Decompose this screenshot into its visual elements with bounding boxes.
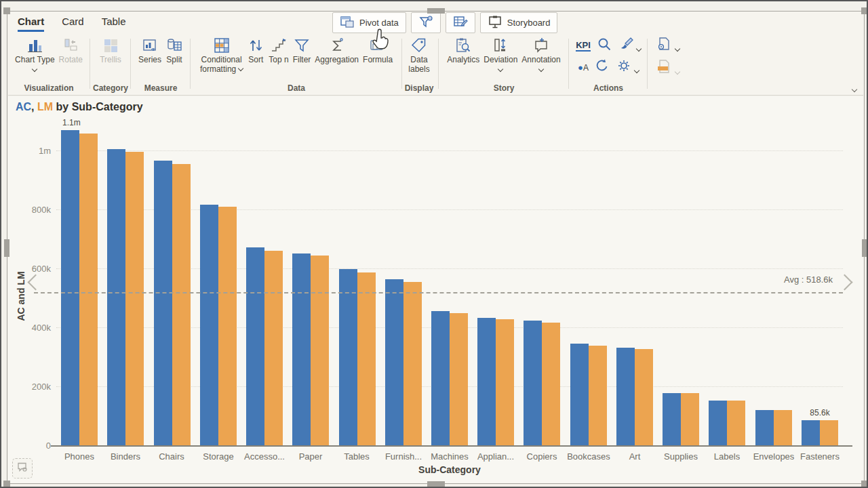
chart-type-label: Chart Type: [15, 55, 54, 64]
filter-badge-icon: [418, 14, 433, 31]
deviation-button[interactable]: Deviation: [481, 36, 519, 71]
x-category-label: Fasteners: [797, 451, 843, 462]
bar-lm-fasteners[interactable]: [820, 420, 838, 445]
chevron-down-icon: [675, 46, 680, 52]
ribbon-tabs: Chart Card Table: [18, 16, 126, 32]
split-button[interactable]: Split: [163, 36, 185, 64]
storyboard-button[interactable]: Storyboard: [480, 12, 558, 33]
trellis-button[interactable]: Trellis: [98, 36, 123, 64]
filter-icon: [293, 36, 311, 55]
group-data: Conditionalformatting Sort Top n Filter: [193, 36, 400, 93]
series-button[interactable]: Series: [136, 36, 163, 64]
comments-button[interactable]: [12, 458, 33, 479]
kpi-button[interactable]: KPI: [576, 40, 591, 52]
ribbon-divider: [90, 39, 90, 89]
bar-lm-furnish[interactable]: [403, 282, 422, 445]
pivot-data-button[interactable]: Pivot data: [332, 12, 406, 33]
x-category-label: Bookcases: [566, 451, 612, 462]
filter-toolbar-button[interactable]: [411, 12, 441, 33]
group-label-visualization: Visualization: [9, 83, 88, 93]
filter-label: Filter: [293, 55, 311, 64]
chevron-down-icon: [498, 66, 503, 72]
highlight-button[interactable]: [618, 36, 641, 55]
formula-label: Formula: [363, 55, 393, 64]
aggregation-button[interactable]: Aggregation: [313, 36, 361, 64]
ribbon-divider: [647, 39, 648, 89]
zoom-button[interactable]: [596, 36, 612, 55]
formula-button[interactable]: Formula: [361, 36, 395, 64]
bar-lm-envelopes[interactable]: [774, 410, 792, 445]
analytics-button[interactable]: Analytics: [445, 36, 481, 64]
export-pdf-button[interactable]: [655, 59, 679, 78]
tab-table[interactable]: Table: [102, 16, 126, 32]
gridline: [56, 150, 843, 151]
bar-lm-art[interactable]: [635, 349, 653, 445]
analytics-icon: [454, 36, 472, 55]
bar-lm-chairs[interactable]: [172, 164, 191, 445]
bar-lm-tables[interactable]: [357, 272, 376, 445]
data-labels-button[interactable]: Datalabels: [406, 36, 431, 74]
ribbon-collapse-button[interactable]: [852, 82, 856, 94]
tab-card[interactable]: Card: [62, 16, 84, 32]
rotate-button[interactable]: Rotate: [57, 36, 85, 64]
bar-lm-paper[interactable]: [311, 256, 329, 445]
bar-ac-bookcases[interactable]: [570, 344, 589, 445]
bar-ac-storage[interactable]: [200, 205, 218, 445]
bar-ac-paper[interactable]: [292, 253, 311, 445]
bar-ac-machines[interactable]: [431, 311, 450, 445]
export-settings-button[interactable]: [655, 36, 679, 55]
bar-lm-bookcases[interactable]: [589, 346, 607, 445]
auto-label-button[interactable]: ●A: [578, 62, 589, 73]
x-category-label: Furnish...: [380, 451, 427, 462]
chevron-down-icon: [32, 66, 37, 72]
edit-table-button[interactable]: [446, 12, 475, 33]
aggregation-label: Aggregation: [315, 55, 359, 64]
chevron-down-icon: [238, 66, 243, 71]
bar-lm-binders[interactable]: [125, 152, 144, 445]
bar-ac-supplies[interactable]: [663, 393, 681, 445]
top-n-button[interactable]: Top n: [267, 36, 290, 64]
bar-lm-copiers[interactable]: [542, 323, 560, 445]
bar-ac-furnish[interactable]: [385, 279, 403, 445]
bar-ac-tables[interactable]: [339, 269, 357, 445]
x-category-label: Copiers: [519, 451, 565, 462]
bar-ac-labels[interactable]: [709, 401, 727, 445]
group-category: Trellis Category: [92, 36, 129, 93]
chevron-down-icon: [636, 46, 642, 52]
sort-button[interactable]: Sort: [245, 36, 267, 64]
ribbon-divider: [130, 39, 131, 89]
chart-type-button[interactable]: Chart Type: [13, 36, 56, 71]
bar-ac-accesso[interactable]: [246, 247, 264, 445]
bar-ac-applian[interactable]: [477, 318, 496, 445]
rotate-icon: [62, 36, 79, 55]
bar-lm-applian[interactable]: [496, 319, 514, 445]
data-labels-label-line1: Data: [410, 55, 427, 64]
bar-lm-labels[interactable]: [727, 401, 745, 445]
conditional-formatting-button[interactable]: Conditionalformatting: [198, 36, 245, 74]
filter-button[interactable]: Filter: [291, 36, 313, 64]
bar-ac-copiers[interactable]: [524, 321, 542, 445]
bar-lm-phones[interactable]: [79, 134, 98, 445]
bar-lm-storage[interactable]: [218, 207, 237, 445]
settings-button[interactable]: [616, 58, 639, 77]
bar-lm-accesso[interactable]: [264, 251, 283, 445]
bar-ac-fasteners[interactable]: [802, 420, 820, 445]
bar-ac-chairs[interactable]: [154, 161, 172, 445]
bar-ac-binders[interactable]: [107, 149, 125, 445]
chevron-down-icon: [852, 87, 857, 92]
formula-icon: [369, 36, 387, 55]
sort-label: Sort: [248, 55, 263, 64]
bar-ac-phones[interactable]: [61, 130, 79, 445]
x-category-label: Machines: [427, 451, 473, 462]
tab-chart[interactable]: Chart: [18, 16, 44, 32]
bar-ac-envelopes[interactable]: [755, 410, 774, 445]
average-line: [34, 292, 843, 293]
bar-ac-art[interactable]: [616, 348, 635, 445]
chart-type-icon: [26, 36, 43, 55]
bar-lm-supplies[interactable]: [681, 393, 699, 445]
annotation-button[interactable]: Annotation: [519, 36, 562, 71]
top-n-icon: [270, 36, 288, 55]
x-category-label: Tables: [334, 451, 380, 462]
refresh-button[interactable]: [594, 58, 610, 77]
bar-lm-machines[interactable]: [450, 313, 468, 445]
